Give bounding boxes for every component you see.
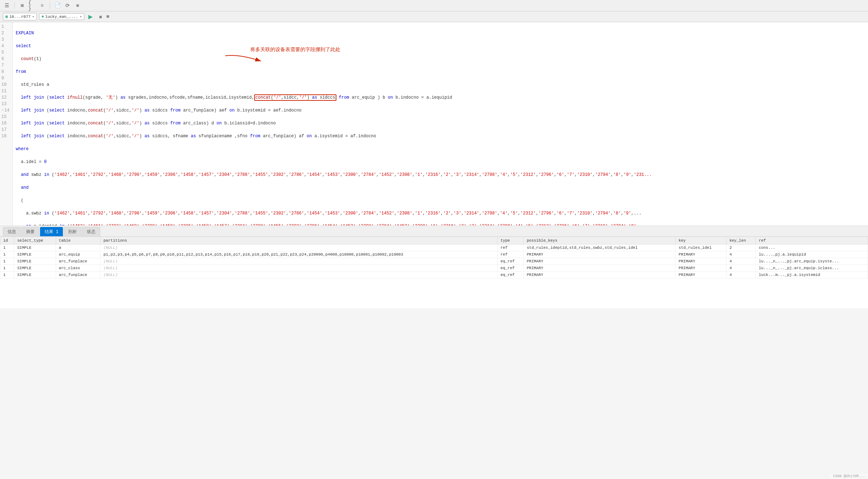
code-line-12: and swbz in ('1462','1461','2792','1460'… — [16, 172, 865, 178]
table-cell: ref — [497, 251, 523, 258]
results-table: id select_type table partitions type pos… — [0, 237, 868, 278]
results-tbody: 1SIMPLEa(NULL)refstd_rules_ideptid,std_r… — [0, 245, 868, 278]
code-area[interactable]: EXPLAIN select count(1) from std_rules a… — [13, 22, 868, 226]
tab-profile[interactable]: 剖析 — [64, 227, 82, 236]
table-cell: ref — [497, 245, 523, 251]
table-cell: eq_ref — [497, 258, 523, 265]
ln7: 7 — [0, 62, 13, 69]
table-cell: 1 — [0, 272, 14, 278]
table-cell: SIMPLE — [14, 258, 56, 265]
col-possible-keys: possible_keys — [524, 237, 676, 245]
bottom-tabs: 信息 摘要 结果 1 剖析 状态 — [0, 226, 868, 237]
code-line-10: where — [16, 146, 865, 152]
sep2 — [50, 3, 50, 9]
table-cell: arc_equip — [56, 251, 100, 258]
table-cell: 4 — [726, 258, 756, 265]
col-table: table — [56, 237, 100, 245]
table-cell: lu..._n_..._pj.arc_equip.isyste... — [756, 258, 868, 265]
col-id: id — [0, 237, 14, 245]
schema-selector[interactable]: ■ lucky_ean_.... ▾ — [39, 13, 84, 20]
table-cell: 2 — [726, 245, 756, 251]
code-line-16: or a.ideptid in ('1462','1461','2792','1… — [16, 223, 865, 226]
ln3: 3 — [0, 36, 13, 43]
editor-area[interactable]: 将多关联的设备表需要的字段挪到了此处 1 2 3 4 5 6 7 8 9 10 … — [0, 22, 868, 226]
code-line-2: select — [16, 43, 865, 49]
table-cell: arc_class — [56, 265, 100, 272]
tab-results[interactable]: 结果 1 — [40, 227, 63, 236]
table-row: 1SIMPLEarc_funplace(NULL)eq_refPRIMARYPR… — [0, 272, 868, 278]
table-cell: 1 — [0, 265, 14, 272]
table-cell: PRIMARY — [676, 272, 726, 278]
table-cell: lu..._n_..._pj.arc_equip.iclass... — [756, 265, 868, 272]
ln1: 1 — [0, 24, 13, 30]
table-cell: SIMPLE — [14, 272, 56, 278]
table-cell: 4 — [726, 251, 756, 258]
table-cell: PRIMARY — [524, 265, 676, 272]
share-icon[interactable]: ⊕ — [74, 2, 82, 10]
ln17: 17 — [0, 127, 13, 133]
code-icon[interactable]: { } — [28, 2, 36, 10]
table-cell: (NULL) — [100, 272, 498, 278]
table-cell: SIMPLE — [14, 251, 56, 258]
tab-info[interactable]: 信息 — [3, 227, 21, 236]
db-selector[interactable]: ▣ 10...r077 ▾ — [3, 13, 37, 20]
code-line-5: std_rules a — [16, 82, 865, 88]
table-cell: PRIMARY — [676, 258, 726, 265]
results-area[interactable]: id select_type table partitions type pos… — [0, 237, 868, 308]
run-button[interactable]: ▶ — [87, 13, 94, 21]
table-cell: lu...._pj.a.iequipid — [756, 251, 868, 258]
table-cell: (NULL) — [100, 245, 498, 251]
code-line-7: left join (select indocno,concat('/',sid… — [16, 107, 865, 114]
tab-summary[interactable]: 摘要 — [21, 227, 39, 236]
code-line-15: a.swbz in ('1462','1461','2792','1460','… — [16, 210, 865, 217]
line-numbers: 1 2 3 4 5 6 7 8 9 10 11 12 13 − 14 15 16… — [0, 22, 13, 226]
sep1 — [14, 3, 15, 9]
schema-selector-label: lucky_ean_.... — [45, 15, 78, 19]
ln8: 8 — [0, 69, 13, 75]
ln10: 10 — [0, 82, 13, 88]
stop-button[interactable]: ■ — [97, 13, 104, 21]
file-icon[interactable]: 📄 — [54, 2, 61, 10]
ln14: − 14 — [0, 107, 13, 114]
tab-status[interactable]: 状态 — [82, 227, 100, 236]
code-line-4: from — [16, 69, 865, 75]
schema-icon: ■ — [41, 15, 44, 19]
col-ref: ref — [756, 237, 868, 245]
code-line-1: EXPLAIN — [16, 30, 865, 36]
table-cell: PRIMARY — [524, 258, 676, 265]
history-icon[interactable]: ⟳ — [64, 2, 71, 10]
ln9: 9 — [0, 75, 13, 82]
ln4: 4 — [0, 43, 13, 49]
table-cell: std_rules_idel — [676, 245, 726, 251]
table-cell: std_rules_ideptid,std_rules_swbz,std_rul… — [524, 245, 676, 251]
table-cell: PRIMARY — [676, 265, 726, 272]
schema-chevron-icon: ▾ — [80, 14, 82, 19]
table-row: 1SIMPLEarc_funplace(NULL)eq_refPRIMARYPR… — [0, 258, 868, 265]
db-chevron-icon: ▾ — [32, 14, 35, 19]
col-key-len: key_len — [726, 237, 756, 245]
table-cell: PRIMARY — [676, 251, 726, 258]
menu-icon[interactable]: ☰ — [3, 2, 11, 10]
format-icon[interactable]: ⊞ — [18, 2, 26, 10]
ln15: 15 — [0, 114, 13, 120]
table-cell: 1 — [0, 258, 14, 265]
explain-button[interactable]: ⊞ — [107, 14, 109, 19]
table-cell: (NULL) — [100, 265, 498, 272]
ln16: 16 — [0, 120, 13, 127]
ln6: 6 — [0, 56, 13, 62]
table-cell: arc_funplace — [56, 272, 100, 278]
col-key: key — [676, 237, 726, 245]
table-cell: arc_funplace — [56, 258, 100, 265]
col-type: type — [497, 237, 523, 245]
code-line-14: ( — [16, 197, 865, 204]
snippet-icon[interactable]: ⌗ — [38, 2, 46, 10]
toolbar-top: ☰ ⊞ { } ⌗ 📄 ⟳ ⊕ — [0, 0, 868, 11]
code-line-11: a.idel = 0 — [16, 159, 865, 165]
db-icon: ▣ — [5, 14, 8, 19]
table-cell: SIMPLE — [14, 265, 56, 272]
editor-content[interactable]: 1 2 3 4 5 6 7 8 9 10 11 12 13 − 14 15 16… — [0, 22, 868, 226]
code-line-6: left join (select ifnull(sgrade, '无') as… — [16, 94, 865, 101]
table-cell: (NULL) — [100, 258, 498, 265]
table-cell: cons... — [756, 245, 868, 251]
code-line-8: left join (select indocno,concat('/',sid… — [16, 120, 865, 127]
